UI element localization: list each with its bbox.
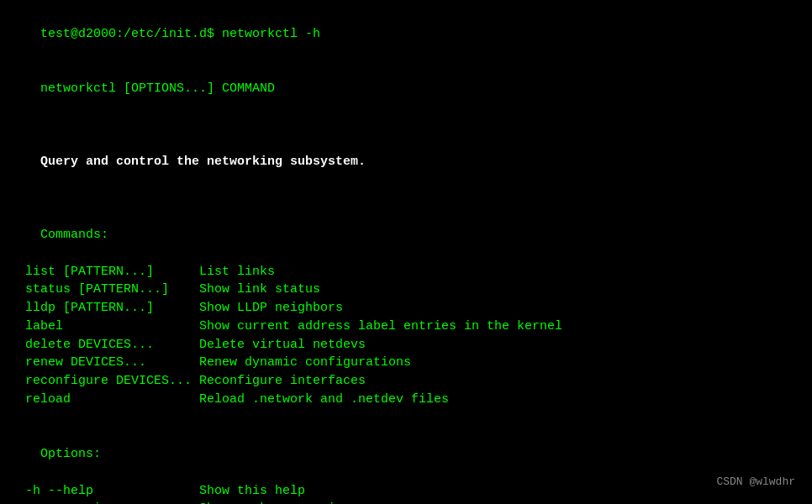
command-desc: List links: [199, 265, 275, 279]
command-desc: Renew dynamic configurations: [199, 355, 411, 370]
option-row: --version Show package version: [10, 500, 802, 504]
watermark: CSDN @wlwdhr: [716, 475, 795, 491]
command-name: lldp [PATTERN...]: [10, 301, 199, 315]
query-line: Query and control the networking subsyst…: [40, 155, 366, 169]
command-desc: Show LLDP neighbors: [199, 301, 343, 315]
blank2: [10, 192, 18, 206]
command-row: status [PATTERN...] Show link status: [10, 281, 802, 299]
command-name: delete DEVICES...: [10, 338, 199, 352]
command-name: reload: [10, 392, 199, 407]
command-name: renew DEVICES...: [10, 355, 199, 370]
blank3: [10, 411, 18, 425]
command-desc: Show link status: [199, 282, 320, 297]
options-list: -h --help Show this help --version Show …: [10, 482, 802, 505]
option-row: -h --help Show this help: [10, 482, 802, 501]
options-header: Options:: [40, 447, 101, 461]
blank1: [10, 118, 18, 133]
command-desc: Reconfigure interfaces: [199, 374, 366, 388]
commands-list: list [PATTERN...] List links status [PAT…: [10, 263, 802, 409]
option-flag: -h --help: [10, 484, 199, 498]
terminal-window: test@d2000:/etc/init.d$ networkctl -h ne…: [10, 7, 802, 497]
command-row: lldp [PATTERN...] Show LLDP neighbors: [10, 299, 802, 318]
command-name: label: [10, 319, 199, 333]
command-name: status [PATTERN...]: [10, 282, 199, 297]
command-desc: Show current address label entries in th…: [199, 319, 562, 333]
command-desc: Reload .network and .netdev files: [199, 392, 449, 407]
commands-header: Commands:: [40, 228, 108, 242]
command-row: list [PATTERN...] List links: [10, 263, 802, 281]
command-row: label Show current address label entries…: [10, 318, 802, 336]
command-name: reconfigure DEVICES...: [10, 374, 199, 388]
option-desc: Show this help: [199, 484, 305, 498]
usage-line: networkctl [OPTIONS...] COMMAND: [40, 81, 275, 96]
command-name: list [PATTERN...]: [10, 265, 199, 279]
command-row: reconfigure DEVICES... Reconfigure inter…: [10, 372, 802, 391]
command-row: renew DEVICES... Renew dynamic configura…: [10, 354, 802, 372]
command-row: delete DEVICES... Delete virtual netdevs: [10, 336, 802, 354]
prompt-line: test@d2000:/etc/init.d$ networkctl -h: [40, 27, 320, 41]
command-desc: Delete virtual netdevs: [199, 338, 366, 352]
command-row: reload Reload .network and .netdev files: [10, 391, 802, 409]
